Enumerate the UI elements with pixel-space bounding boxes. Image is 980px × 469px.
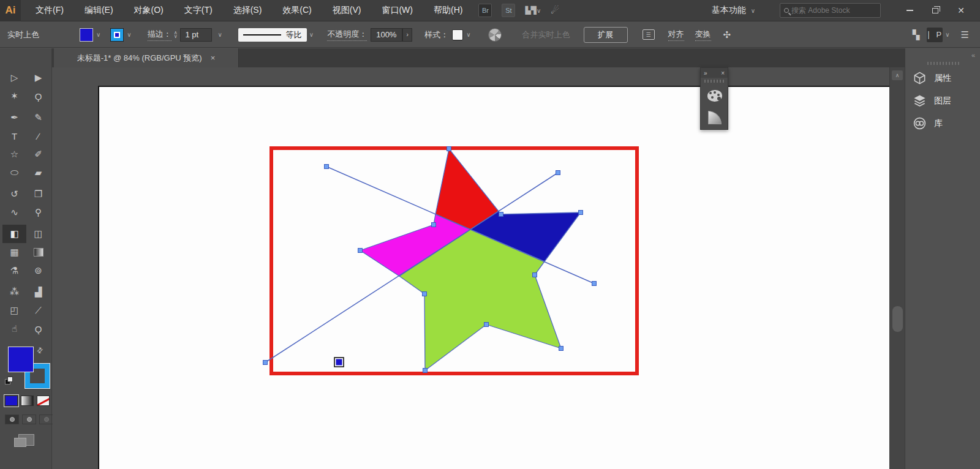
scale-tool[interactable]: ❐ — [26, 185, 50, 203]
fill-color-proxy[interactable] — [8, 347, 34, 372]
anchor-point-12[interactable] — [358, 249, 363, 253]
anchor-point-2[interactable] — [592, 282, 597, 286]
anchor-point-10[interactable] — [423, 369, 428, 373]
panel-expand-icon[interactable]: » — [704, 70, 707, 77]
search-input[interactable] — [791, 6, 865, 15]
column-graph-tool[interactable]: ▟ — [26, 283, 50, 301]
minimize-button[interactable] — [899, 3, 920, 18]
expand-button[interactable]: 扩展 — [584, 27, 628, 43]
zoom-tool[interactable]: Ǫ — [26, 320, 50, 338]
color-guide-button[interactable] — [701, 84, 729, 107]
opacity-value[interactable]: 100% — [371, 28, 402, 42]
draw-inside-button[interactable] — [39, 415, 53, 424]
menu-item-8[interactable]: 帮助(H) — [434, 5, 462, 16]
stock-icon[interactable]: St — [502, 4, 515, 17]
arrange-documents-icon[interactable]: ▙▜ — [525, 6, 536, 15]
menu-item-3[interactable]: 文字(T) — [184, 5, 213, 16]
variable-width-profile[interactable]: 等比 — [238, 28, 307, 42]
anchor-point-7[interactable] — [533, 273, 537, 277]
draw-behind-button[interactable] — [22, 415, 36, 424]
panel-grip[interactable] — [704, 80, 724, 83]
anchor-point-9[interactable] — [484, 323, 489, 327]
gradient-tool[interactable] — [26, 243, 50, 261]
stroke-weight-stepper[interactable]: ∧∨ — [174, 31, 178, 39]
paintbrush-tool[interactable]: ✐ — [26, 145, 50, 163]
dock-item-图层[interactable]: 图层 — [905, 89, 980, 112]
fill-dropdown-icon[interactable]: ∨ — [96, 31, 100, 38]
stroke-weight-dropdown-icon[interactable]: ∨ — [218, 31, 222, 38]
screen-mode-button[interactable] — [18, 434, 34, 446]
anchor-point-3[interactable] — [263, 361, 268, 365]
live-paint-bucket-tool[interactable]: ◧ — [2, 225, 26, 243]
layers-panel-options-icon[interactable]: ☰ — [643, 29, 655, 40]
none-mode-button[interactable] — [37, 396, 50, 406]
anchor-point-1[interactable] — [556, 171, 560, 175]
menu-item-6[interactable]: 视图(V) — [333, 5, 361, 16]
hand-tool[interactable]: ☝ — [2, 320, 26, 338]
shaper-tool[interactable]: ⬭ — [2, 163, 26, 182]
menu-item-1[interactable]: 编辑(E) — [85, 5, 113, 16]
line-segment-tool[interactable]: ∕ — [26, 127, 50, 145]
magic-wand-tool[interactable]: ✶ — [2, 87, 26, 105]
perspective-grid-tool[interactable]: ◫ — [26, 225, 50, 243]
workspace-switcher[interactable]: 基本功能 ∨ — [712, 5, 755, 16]
isolate-selection-icon[interactable]: ✣ — [723, 29, 731, 40]
rotate-tool[interactable]: ↺ — [2, 185, 26, 203]
stock-search-box[interactable] — [780, 3, 881, 18]
selection-tool[interactable]: ▷ — [2, 69, 26, 87]
curvature-tool[interactable]: ✎ — [26, 108, 50, 127]
style-dropdown-icon[interactable]: ∨ — [466, 31, 470, 38]
menu-item-2[interactable]: 对象(O) — [134, 5, 164, 16]
anchor-point-8[interactable] — [559, 347, 564, 351]
anchor-point-5[interactable] — [499, 212, 503, 217]
blend-tool[interactable]: ⊚ — [26, 261, 50, 280]
dock-item-属性[interactable]: 属性 — [905, 67, 980, 89]
recolor-artwork-icon[interactable] — [488, 28, 502, 42]
draw-normal-button[interactable] — [5, 415, 19, 424]
arrange-dropdown-icon[interactable]: ∨ — [945, 31, 949, 38]
pattern-options-button[interactable] — [701, 107, 729, 129]
stroke-weight-value[interactable]: 1 pt — [180, 28, 212, 42]
vertical-scrollbar[interactable]: ∧ — [889, 67, 905, 469]
anchor-point-6[interactable] — [579, 211, 583, 215]
puppet-warp-tool[interactable]: ⚲ — [26, 203, 50, 222]
fill-color-swatch[interactable] — [80, 28, 93, 42]
close-button[interactable]: ✕ — [951, 3, 971, 18]
transform-link[interactable]: 变换 — [695, 29, 711, 41]
dock-item-库[interactable]: 库 — [905, 112, 980, 135]
opacity-more-button[interactable]: › — [402, 28, 412, 42]
style-swatch[interactable] — [452, 29, 463, 40]
stroke-color-swatch[interactable] — [110, 28, 124, 42]
gradient-mode-button[interactable] — [21, 396, 34, 406]
stroke-dropdown-icon[interactable]: ∨ — [127, 31, 131, 38]
panel-close-icon[interactable]: × — [721, 70, 725, 77]
artwork-layer[interactable] — [53, 67, 889, 469]
default-fill-stroke-icon[interactable] — [5, 377, 13, 385]
align-link[interactable]: 对齐 — [668, 29, 684, 41]
bridge-icon[interactable]: Br — [478, 4, 492, 17]
menu-item-4[interactable]: 选择(S) — [233, 5, 262, 16]
opacity-label[interactable]: 不透明度： — [327, 29, 367, 41]
profile-dropdown-icon[interactable]: ∨ — [309, 31, 314, 38]
chevron-down-icon[interactable]: ∨ — [537, 7, 541, 14]
color-mode-button[interactable] — [5, 396, 18, 406]
symbol-sprayer-tool[interactable]: ⁂ — [2, 283, 26, 301]
dock-collapse-icon[interactable]: « — [971, 51, 975, 59]
restore-button[interactable] — [925, 3, 946, 18]
eyedropper-tool[interactable]: ⚗ — [2, 261, 26, 280]
share-icon[interactable]: ☄ — [551, 5, 559, 16]
artboard-tool[interactable]: ◰ — [2, 301, 26, 320]
menu-item-5[interactable]: 效果(C) — [282, 5, 311, 16]
dock-grip[interactable] — [927, 62, 959, 65]
slice-tool[interactable]: ⟋ — [26, 301, 50, 320]
stepper-down-icon[interactable]: ∨ — [174, 35, 178, 39]
star-tool[interactable]: ☆ — [2, 145, 26, 163]
tab-close-icon[interactable]: × — [211, 53, 216, 62]
anchor-point-0[interactable] — [325, 165, 329, 169]
document-tab[interactable]: 未标题-1* @ 84% (RGB/GPU 预览) × — [54, 48, 239, 67]
workspace-grid-icon[interactable]: ▚ — [913, 29, 920, 40]
anchor-point-13[interactable] — [432, 223, 436, 227]
type-tool[interactable]: T — [2, 127, 26, 145]
stroke-weight-label[interactable]: 描边： — [148, 29, 172, 41]
scroll-up-button[interactable]: ∧ — [892, 70, 903, 80]
